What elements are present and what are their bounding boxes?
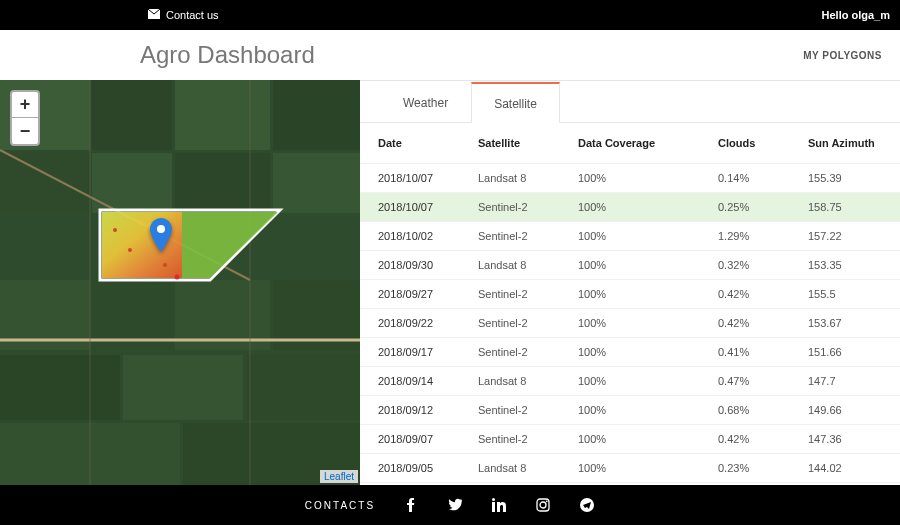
cell-coverage: 100% bbox=[578, 259, 718, 271]
satellite-map-image bbox=[0, 80, 360, 485]
svg-rect-33 bbox=[492, 502, 495, 512]
cell-sun: 153.67 bbox=[808, 317, 882, 329]
table-row[interactable]: 2018/09/17Sentinel-2100%0.41%151.66 bbox=[360, 338, 900, 367]
cell-date: 2018/10/02 bbox=[378, 230, 478, 242]
zoom-control: + − bbox=[10, 90, 40, 146]
hello-user[interactable]: Hello olga_m bbox=[822, 9, 890, 21]
twitter-icon[interactable] bbox=[447, 497, 463, 513]
svg-rect-14 bbox=[0, 355, 120, 420]
data-panel: Weather Satellite Date Satellite Data Co… bbox=[360, 80, 900, 485]
tab-weather[interactable]: Weather bbox=[380, 82, 471, 123]
cell-date: 2018/09/30 bbox=[378, 259, 478, 271]
cell-clouds: 0.41% bbox=[718, 346, 808, 358]
cell-coverage: 100% bbox=[578, 201, 718, 213]
instagram-icon[interactable] bbox=[535, 497, 551, 513]
cell-satellite: Landsat 8 bbox=[478, 259, 578, 271]
footer-contacts-label: CONTACTS bbox=[305, 500, 375, 511]
cell-clouds: 0.32% bbox=[718, 259, 808, 271]
tabs: Weather Satellite bbox=[360, 81, 900, 123]
table-row[interactable]: 2018/09/12Sentinel-2100%0.68%149.66 bbox=[360, 396, 900, 425]
footer: CONTACTS bbox=[0, 485, 900, 525]
svg-point-29 bbox=[163, 263, 167, 267]
cell-satellite: Landsat 8 bbox=[478, 172, 578, 184]
main: + − Leaflet Weather Satellite Date Satel… bbox=[0, 80, 900, 485]
cell-sun: 153.35 bbox=[808, 259, 882, 271]
contact-us-link[interactable]: Contact us bbox=[148, 9, 219, 21]
table-row[interactable]: 2018/10/07Sentinel-2100%0.25%158.75 bbox=[360, 193, 900, 222]
cell-sun: 151.66 bbox=[808, 346, 882, 358]
cell-coverage: 100% bbox=[578, 317, 718, 329]
svg-point-32 bbox=[157, 225, 165, 233]
cell-sun: 147.36 bbox=[808, 433, 882, 445]
svg-rect-4 bbox=[175, 80, 270, 150]
svg-rect-3 bbox=[92, 80, 172, 150]
col-clouds[interactable]: Clouds bbox=[718, 137, 808, 149]
cell-clouds: 0.42% bbox=[718, 433, 808, 445]
col-coverage[interactable]: Data Coverage bbox=[578, 137, 718, 149]
cell-date: 2018/09/14 bbox=[378, 375, 478, 387]
cell-satellite: Sentinel-2 bbox=[478, 230, 578, 242]
table-row[interactable]: 2018/09/05Landsat 8100%0.23%144.02 bbox=[360, 454, 900, 483]
cell-clouds: 0.42% bbox=[718, 288, 808, 300]
zoom-out-button[interactable]: − bbox=[12, 118, 38, 144]
svg-point-31 bbox=[175, 275, 180, 280]
cell-sun: 157.22 bbox=[808, 230, 882, 242]
cell-sun: 158.75 bbox=[808, 201, 882, 213]
cell-clouds: 0.42% bbox=[718, 317, 808, 329]
cell-satellite: Sentinel-2 bbox=[478, 288, 578, 300]
svg-point-34 bbox=[492, 498, 495, 501]
page-title: Agro Dashboard bbox=[140, 41, 315, 69]
zoom-in-button[interactable]: + bbox=[12, 92, 38, 118]
map-attribution[interactable]: Leaflet bbox=[320, 470, 358, 483]
col-sun-azimuth[interactable]: Sun Azimuth bbox=[808, 137, 882, 149]
tab-satellite[interactable]: Satellite bbox=[471, 82, 560, 123]
satellite-table: Date Satellite Data Coverage Clouds Sun … bbox=[360, 123, 900, 485]
table-row[interactable]: 2018/09/22Sentinel-2100%0.42%153.67 bbox=[360, 309, 900, 338]
topbar: Contact us Hello olga_m bbox=[0, 0, 900, 30]
facebook-icon[interactable] bbox=[403, 497, 419, 513]
cell-sun: 155.5 bbox=[808, 288, 882, 300]
svg-rect-5 bbox=[273, 80, 360, 150]
linkedin-icon[interactable] bbox=[491, 497, 507, 513]
cell-clouds: 0.23% bbox=[718, 462, 808, 474]
my-polygons-link[interactable]: MY POLYGONS bbox=[803, 50, 882, 61]
cell-clouds: 0.25% bbox=[718, 201, 808, 213]
cell-clouds: 0.47% bbox=[718, 375, 808, 387]
cell-coverage: 100% bbox=[578, 404, 718, 416]
cell-satellite: Sentinel-2 bbox=[478, 433, 578, 445]
svg-rect-8 bbox=[175, 153, 270, 213]
cell-clouds: 0.68% bbox=[718, 404, 808, 416]
cell-date: 2018/10/07 bbox=[378, 201, 478, 213]
table-row[interactable]: 2018/10/07Landsat 8100%0.14%155.39 bbox=[360, 164, 900, 193]
cell-clouds: 0.14% bbox=[718, 172, 808, 184]
col-satellite[interactable]: Satellite bbox=[478, 137, 578, 149]
cell-sun: 155.39 bbox=[808, 172, 882, 184]
cell-date: 2018/09/07 bbox=[378, 433, 478, 445]
table-row[interactable]: 2018/09/27Sentinel-2100%0.42%155.5 bbox=[360, 280, 900, 309]
cell-satellite: Landsat 8 bbox=[478, 375, 578, 387]
telegram-icon[interactable] bbox=[579, 497, 595, 513]
svg-point-37 bbox=[546, 500, 548, 502]
cell-coverage: 100% bbox=[578, 230, 718, 242]
svg-point-36 bbox=[540, 502, 546, 508]
cell-date: 2018/10/07 bbox=[378, 172, 478, 184]
cell-satellite: Sentinel-2 bbox=[478, 346, 578, 358]
contact-us-label: Contact us bbox=[166, 9, 219, 21]
cell-clouds: 1.29% bbox=[718, 230, 808, 242]
table-header-row: Date Satellite Data Coverage Clouds Sun … bbox=[360, 123, 900, 164]
cell-coverage: 100% bbox=[578, 172, 718, 184]
table-row[interactable]: 2018/10/02Sentinel-2100%1.29%157.22 bbox=[360, 222, 900, 251]
svg-point-26 bbox=[113, 228, 117, 232]
table-row[interactable]: 2018/09/30Landsat 8100%0.32%153.35 bbox=[360, 251, 900, 280]
cell-coverage: 100% bbox=[578, 288, 718, 300]
svg-rect-6 bbox=[0, 153, 90, 213]
table-row[interactable]: 2018/09/07Sentinel-2100%0.42%147.36 bbox=[360, 425, 900, 454]
table-row[interactable]: 2018/09/14Landsat 8100%0.47%147.7 bbox=[360, 367, 900, 396]
cell-sun: 149.66 bbox=[808, 404, 882, 416]
map-panel[interactable]: + − Leaflet bbox=[0, 80, 360, 485]
svg-rect-15 bbox=[123, 355, 243, 420]
col-date[interactable]: Date bbox=[378, 137, 478, 149]
cell-coverage: 100% bbox=[578, 462, 718, 474]
cell-date: 2018/09/12 bbox=[378, 404, 478, 416]
cell-coverage: 100% bbox=[578, 346, 718, 358]
